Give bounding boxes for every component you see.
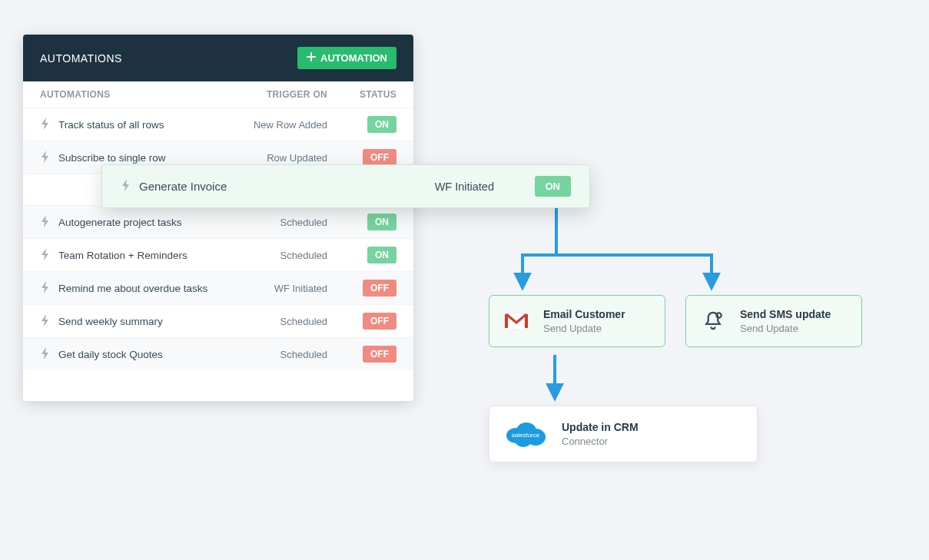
table-row[interactable]: Team Rotation + Reminders Scheduled ON (23, 238, 413, 271)
flow-card-subtitle: Send Update (740, 323, 831, 334)
table-row[interactable]: Get daily stock Quotes Scheduled OFF (23, 337, 413, 370)
flow-card-subtitle: Connector (562, 436, 639, 447)
row-trigger-label: Scheduled (220, 217, 335, 228)
row-name-label: Autogenerate project tasks (58, 217, 182, 228)
status-badge[interactable]: OFF (363, 149, 396, 166)
row-trigger-label: WF Initiated (371, 181, 502, 193)
status-badge[interactable]: OFF (363, 313, 396, 330)
svg-point-1 (716, 313, 721, 317)
row-name-label: Send weekly summary (58, 316, 163, 327)
lightning-icon (40, 118, 51, 132)
table-header: AUTOMATIONS TRIGGER ON STATUS (23, 81, 413, 108)
highlighted-automation-row[interactable]: Generate Invoice WF Initiated ON (101, 164, 590, 208)
status-badge[interactable]: OFF (363, 346, 396, 363)
svg-text:salesforce: salesforce (512, 432, 540, 439)
row-trigger-label: WF Initiated (220, 283, 335, 294)
status-badge[interactable]: ON (535, 176, 572, 197)
gmail-icon (503, 308, 529, 334)
flow-card-title: Email Customer (543, 308, 625, 320)
lightning-icon (40, 314, 51, 329)
status-badge[interactable]: OFF (363, 280, 396, 297)
flow-card-sms[interactable]: Send SMS update Send Update (685, 295, 862, 347)
column-header-name: AUTOMATIONS (40, 89, 220, 100)
status-badge[interactable]: ON (367, 247, 396, 263)
status-badge[interactable]: ON (367, 214, 396, 230)
table-row[interactable]: Track status of all rows New Row Added O… (23, 108, 413, 141)
lightning-icon (40, 248, 51, 263)
lightning-icon (40, 151, 51, 165)
table-row[interactable]: Send weekly summary Scheduled OFF (23, 304, 413, 337)
row-name-label: Remind me about overdue tasks (58, 283, 207, 294)
row-name-label: Team Rotation + Reminders (58, 250, 187, 261)
panel-title: AUTOMATIONS (40, 52, 122, 65)
row-name-label: Subscribe to single row (58, 152, 166, 164)
salesforce-icon: salesforce (503, 419, 548, 449)
flow-card-email[interactable]: Email Customer Send Update (489, 295, 665, 347)
lightning-icon (121, 179, 131, 194)
row-trigger-label: Scheduled (220, 349, 335, 360)
column-header-trigger: TRIGGER ON (220, 89, 335, 100)
row-name-label: Track status of all rows (58, 119, 164, 131)
plus-icon (307, 52, 316, 64)
panel-body: Track status of all rows New Row Added O… (23, 108, 413, 401)
row-trigger-label: Scheduled (220, 316, 335, 327)
row-name-label: Generate Invoice (139, 180, 227, 193)
add-automation-label: AUTOMATION (320, 52, 387, 64)
column-header-status: STATUS (335, 89, 396, 100)
flow-card-title: Send SMS update (740, 308, 831, 320)
lightning-icon (40, 347, 51, 362)
bell-icon (700, 308, 726, 334)
row-trigger-label: Scheduled (220, 250, 335, 261)
lightning-icon (40, 281, 51, 296)
status-badge[interactable]: ON (367, 116, 396, 133)
table-row[interactable]: Autogenerate project tasks Scheduled ON (23, 205, 413, 238)
automations-panel: AUTOMATIONS AUTOMATION AUTOMATIONS TRIGG… (23, 35, 413, 401)
add-automation-button[interactable]: AUTOMATION (297, 47, 396, 69)
table-row[interactable]: Remind me about overdue tasks WF Initiat… (23, 271, 413, 304)
panel-header: AUTOMATIONS AUTOMATION (23, 35, 413, 81)
flow-card-title: Update in CRM (562, 421, 639, 433)
row-name-label: Get daily stock Quotes (58, 349, 163, 360)
row-trigger-label: New Row Added (220, 119, 335, 131)
flow-card-subtitle: Send Update (543, 323, 625, 334)
row-trigger-label: Row Updated (220, 152, 335, 164)
lightning-icon (40, 215, 51, 230)
flow-card-crm[interactable]: salesforce Update in CRM Connector (489, 406, 758, 462)
